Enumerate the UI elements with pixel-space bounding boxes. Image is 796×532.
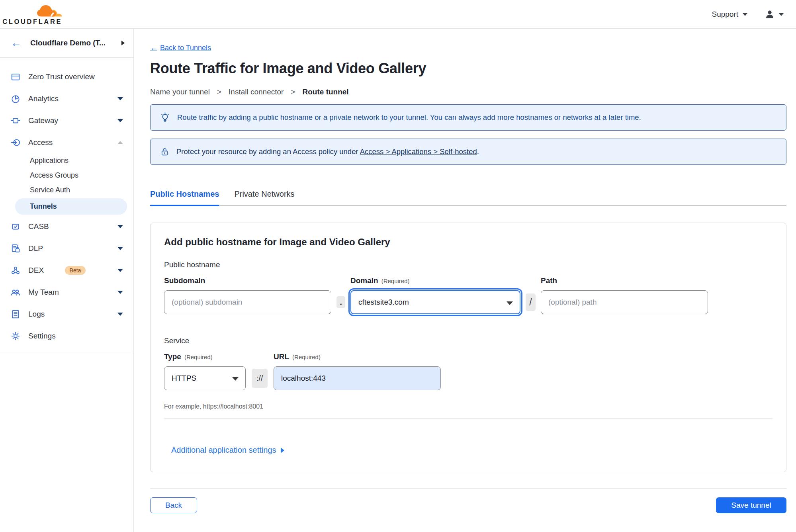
service-field-row: Type(Required) HTTPS :// URL(Required) xyxy=(164,352,773,390)
tab-private-networks[interactable]: Private Networks xyxy=(234,190,294,206)
sidebar-item-label: My Team xyxy=(28,288,117,297)
sidebar-item-label: Logs xyxy=(28,310,117,319)
required-hint: (Required) xyxy=(381,278,410,284)
sidebar-item-label: Applications xyxy=(30,156,68,165)
path-input[interactable] xyxy=(541,290,708,314)
casb-icon xyxy=(11,222,21,231)
additional-application-settings-toggle[interactable]: Additional application settings xyxy=(171,446,284,455)
sidebar-item-label: Gateway xyxy=(28,116,117,125)
sidebar-item-logs[interactable]: Logs xyxy=(0,303,133,325)
type-label: Type xyxy=(164,352,181,361)
service-type-value: HTTPS xyxy=(172,374,196,383)
access-applications-self-hosted-link[interactable]: Access > Applications > Self-hosted xyxy=(360,147,477,156)
sidebar-item-label: Access Groups xyxy=(30,171,78,180)
subdomain-input[interactable] xyxy=(164,290,331,314)
required-hint: (Required) xyxy=(292,354,321,360)
sidebar: ← Cloudflare Demo (T... Zero Trust overv… xyxy=(0,29,134,532)
route-traffic-info-banner: Route traffic by adding a public hostnam… xyxy=(150,104,786,131)
sidebar-item-gateway[interactable]: Gateway xyxy=(0,110,133,131)
wizard-steps: Name your tunnel > Install connector > R… xyxy=(150,88,786,96)
sidebar-item-label: DLP xyxy=(28,244,117,253)
domain-select[interactable]: cftestsite3.com xyxy=(350,290,520,314)
cloudflare-wordmark: CLOUDFLARE xyxy=(2,18,62,25)
sidebar-item-zero-trust-overview[interactable]: Zero Trust overview xyxy=(0,66,133,88)
sidebar-item-my-team[interactable]: My Team xyxy=(0,281,133,303)
top-bar: CLOUDFLARE Support xyxy=(0,0,796,29)
chevron-down-icon xyxy=(117,119,123,122)
back-button[interactable]: Back xyxy=(150,497,197,513)
sidebar-item-access[interactable]: Access xyxy=(0,131,133,153)
sidebar-item-dlp[interactable]: DLP xyxy=(0,237,133,259)
main-content: ← Back to Tunnels Route Traffic for Imag… xyxy=(134,29,796,532)
lightbulb-icon xyxy=(160,112,170,123)
sidebar-item-label: Settings xyxy=(28,332,123,340)
pie-chart-icon xyxy=(11,94,21,104)
path-label: Path xyxy=(541,276,708,285)
hostname-field-row: Subdomain . Domain(Required) cftestsite3… xyxy=(164,276,773,314)
sidebar-item-label: Service Auth xyxy=(30,186,70,194)
public-hostname-section-label: Public hostname xyxy=(164,260,773,269)
sidebar-item-label: Analytics xyxy=(28,94,117,103)
sidebar-nav: Zero Trust overview Analytics Gateway xyxy=(0,58,133,351)
card-divider xyxy=(164,418,773,419)
sidebar-item-service-auth[interactable]: Service Auth xyxy=(0,183,133,198)
chevron-down-icon xyxy=(232,377,239,381)
chevron-down-icon xyxy=(507,301,513,305)
domain-label: Domain xyxy=(350,276,378,285)
additional-settings-label: Additional application settings xyxy=(171,446,276,455)
url-label: URL xyxy=(274,352,289,361)
sidebar-item-dex[interactable]: DEX Beta xyxy=(0,259,133,281)
page-title: Route Traffic for Image and Video Galler… xyxy=(150,60,786,77)
chevron-down-icon xyxy=(117,225,123,228)
card-heading: Add public hostname for Image and Video … xyxy=(164,237,773,248)
arrow-left-icon: ← xyxy=(150,44,157,52)
sidebar-item-settings[interactable]: Settings xyxy=(0,325,133,347)
gateway-icon xyxy=(11,116,21,125)
sidebar-item-tunnels[interactable]: Tunnels xyxy=(15,198,127,215)
support-label: Support xyxy=(712,10,738,19)
service-type-select[interactable]: HTTPS xyxy=(164,366,246,390)
document-lock-icon xyxy=(11,244,21,253)
dot-separator: . xyxy=(336,296,345,308)
team-icon xyxy=(11,288,21,297)
subdomain-label: Subdomain xyxy=(164,276,331,285)
banner-text: Route traffic by adding a public hostnam… xyxy=(177,113,641,122)
sidebar-item-analytics[interactable]: Analytics xyxy=(0,88,133,110)
back-link-label: Back to Tunnels xyxy=(160,44,211,52)
domain-select-value: cftestsite3.com xyxy=(358,298,409,307)
step-route-tunnel: Route tunnel xyxy=(303,88,349,96)
add-public-hostname-card: Add public hostname for Image and Video … xyxy=(150,223,786,472)
gear-icon xyxy=(11,331,21,341)
account-name[interactable]: Cloudflare Demo (T... xyxy=(30,39,113,47)
chevron-right-icon[interactable] xyxy=(121,41,125,45)
logs-icon xyxy=(11,309,21,319)
chevron-up-icon xyxy=(117,141,123,144)
sidebar-item-access-groups[interactable]: Access Groups xyxy=(0,168,133,183)
sidebar-item-label: CASB xyxy=(28,222,117,231)
chevron-down-icon xyxy=(117,97,123,100)
sidebar-back-arrow-icon[interactable]: ← xyxy=(11,38,22,49)
sidebar-item-label: Access xyxy=(28,138,117,147)
user-menu[interactable] xyxy=(765,9,784,20)
chevron-down-icon xyxy=(778,13,784,16)
access-policy-banner: Protect your resource by adding an Acces… xyxy=(150,139,786,165)
chevron-right-icon xyxy=(281,448,284,453)
tab-public-hostnames[interactable]: Public Hostnames xyxy=(150,190,219,206)
lock-icon xyxy=(160,147,170,157)
back-to-tunnels-link[interactable]: ← Back to Tunnels xyxy=(150,44,211,52)
service-url-input[interactable] xyxy=(274,366,441,390)
sidebar-item-applications[interactable]: Applications xyxy=(0,153,133,168)
save-tunnel-button[interactable]: Save tunnel xyxy=(716,497,786,513)
step-install-connector[interactable]: Install connector xyxy=(229,88,284,96)
step-separator: > xyxy=(291,88,295,96)
sidebar-item-casb[interactable]: CASB xyxy=(0,215,133,237)
chevron-down-icon xyxy=(117,269,123,272)
sidebar-item-label: DEX xyxy=(28,266,60,275)
sidebar-divider xyxy=(0,351,133,351)
step-name-your-tunnel[interactable]: Name your tunnel xyxy=(150,88,210,96)
support-menu[interactable]: Support xyxy=(712,10,748,19)
required-hint: (Required) xyxy=(184,354,213,360)
chevron-down-icon xyxy=(117,313,123,316)
cloudflare-logo: CLOUDFLARE xyxy=(6,4,62,25)
beta-badge: Beta xyxy=(65,266,86,275)
